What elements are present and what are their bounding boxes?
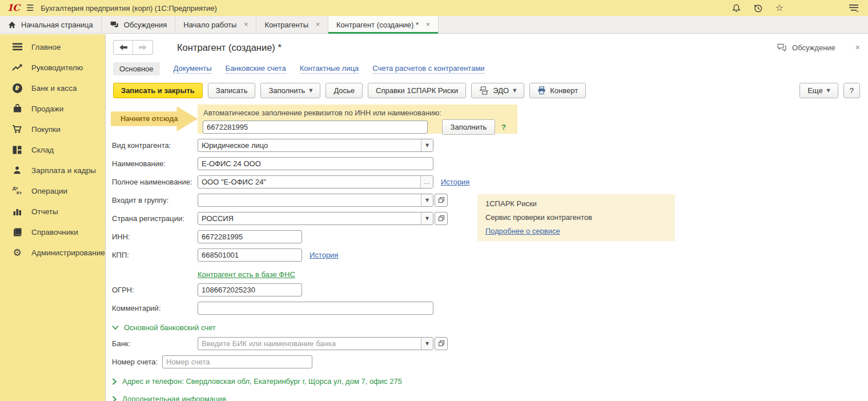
tab-counterparty-create[interactable]: Контрагент (создание) * × [328, 16, 439, 33]
spark-reports-button[interactable]: Справки 1СПАРК Риски [368, 83, 466, 98]
sidebar-item-label: Операции [31, 187, 67, 195]
tab-bar: Начальная страница Обсуждения Начало раб… [0, 16, 868, 34]
tab-counterparties[interactable]: Контрагенты × [256, 16, 328, 33]
inn-label: ИНН: [112, 232, 198, 241]
full-name-input[interactable] [198, 176, 420, 188]
kpp-label: КПП: [112, 251, 198, 259]
discussion-close-icon[interactable]: × [855, 43, 860, 52]
inn-input[interactable] [198, 231, 302, 243]
name-label: Наименование: [112, 159, 198, 168]
autofill-help-link[interactable]: ? [501, 123, 506, 131]
tab-label: Контрагент (создание) * [336, 21, 419, 29]
sidebar-item-label: Справочники [31, 228, 78, 236]
country-choose-button[interactable] [435, 212, 448, 225]
nav-link-settlement-accounts[interactable]: Счета расчетов с контрагентами [372, 64, 484, 74]
bank-choose-button[interactable] [435, 337, 448, 350]
sidebar-item-main[interactable]: Главное [0, 37, 105, 57]
sidebar-item-salary-hr[interactable]: Зарплата и кадры [0, 160, 105, 181]
tab-discussions-label: Обсуждения [124, 21, 167, 29]
comment-input[interactable] [198, 302, 433, 314]
main-menu-icon[interactable]: ☰ [26, 3, 34, 13]
sidebar-item-directories[interactable]: Справочники [0, 222, 105, 242]
address-section-title: Адрес и телефон: Свердловская обл, Екате… [122, 377, 402, 386]
history-nav-buttons [113, 40, 153, 55]
help-button[interactable]: ? [843, 83, 860, 98]
country-label: Страна регистрации: [112, 214, 198, 223]
sidebar-item-purchases[interactable]: Покупки [0, 119, 105, 139]
notifications-bell-icon[interactable] [731, 3, 741, 13]
tab-discussions[interactable]: Обсуждения [102, 16, 176, 33]
fns-database-link[interactable]: Контрагент есть в базе ФНС [198, 270, 295, 279]
autofill-inn-input[interactable] [203, 121, 428, 134]
sidebar-item-label: Руководителю [31, 63, 83, 72]
autofill-label: Автоматическое заполнение реквизитов по … [203, 109, 513, 117]
nav-link-documents[interactable]: Документы [174, 64, 212, 74]
nav-link-main[interactable]: Основное [113, 62, 160, 75]
sidebar-item-label: Отчеты [31, 207, 58, 216]
field-row-ogrn: ОГРН: [112, 283, 868, 296]
name-field [198, 157, 433, 170]
sidebar-item-label: Администрирование [31, 248, 105, 257]
address-phone-section-header[interactable]: Адрес и телефон: Свердловская обл, Екате… [112, 376, 868, 386]
account-number-input[interactable] [163, 356, 312, 368]
name-input[interactable] [198, 158, 433, 170]
dossier-button[interactable]: Досье [326, 83, 363, 98]
gear-icon: ⚙ [11, 247, 23, 258]
save-and-close-button[interactable]: Записать и закрыть [113, 83, 203, 98]
full-name-open-button[interactable]: ... [420, 176, 433, 188]
choose-from-list-icon [438, 197, 445, 203]
tab-close-icon[interactable]: × [426, 21, 430, 29]
group-input[interactable] [198, 194, 421, 206]
ogrn-input[interactable] [198, 284, 302, 296]
group-dropdown-button[interactable]: ▼ [421, 194, 433, 206]
history-icon[interactable] [753, 3, 763, 13]
discussion-label[interactable]: Обсуждение [792, 43, 835, 52]
sidebar-item-manager[interactable]: Руководителю [0, 57, 105, 78]
country-input[interactable] [198, 212, 421, 224]
title-bar: 1С ☰ Бухгалтерия предприятия (корп) (1С:… [0, 0, 868, 16]
full-name-history-link[interactable]: История [441, 178, 469, 186]
more-label: Еще [807, 86, 822, 95]
country-dropdown-button[interactable]: ▼ [421, 212, 433, 224]
edo-menu-button[interactable]: ЭДО▼ [471, 83, 524, 98]
cart-icon [11, 123, 23, 135]
1c-logo-icon: 1С [7, 3, 19, 13]
autofill-fill-button[interactable]: Заполнить [442, 119, 495, 135]
forward-button[interactable] [133, 41, 152, 54]
edo-documents-icon [479, 86, 489, 95]
start-here-label: Начните отсюда [111, 115, 178, 123]
sidebar-item-operations[interactable]: ДтКт Операции [0, 181, 105, 201]
spark-more-link[interactable]: Подробнее о сервисе [485, 227, 560, 235]
tab-close-icon[interactable]: × [244, 21, 248, 29]
kpp-input[interactable] [198, 249, 302, 261]
bank-account-section-header[interactable]: Основной банковский счет [112, 323, 868, 332]
service-menu-icon[interactable] [849, 3, 859, 13]
bank-input[interactable] [198, 338, 421, 350]
kpp-history-link[interactable]: История [310, 251, 338, 259]
bank-dropdown-button[interactable]: ▼ [421, 338, 433, 350]
favorites-star-icon[interactable]: ☆ [774, 3, 785, 13]
nav-link-contacts[interactable]: Контактные лица [300, 64, 359, 74]
sidebar-item-reports[interactable]: Отчеты [0, 201, 105, 222]
nav-link-bank-accounts[interactable]: Банковские счета [226, 64, 286, 74]
tab-getting-started[interactable]: Начало работы × [175, 16, 256, 33]
additional-info-section-header[interactable]: Дополнительная информация [112, 394, 868, 401]
save-button[interactable]: Записать [208, 83, 256, 98]
field-row-kpp: КПП: История [112, 248, 868, 262]
sidebar-item-bank-cash[interactable]: ₽ Банк и касса [0, 78, 105, 98]
sidebar-item-administration[interactable]: ⚙ Администрирование [0, 242, 105, 263]
more-menu-button[interactable]: Еще▼ [799, 83, 838, 98]
kind-dropdown-button[interactable]: ▼ [421, 139, 433, 151]
kind-input[interactable] [198, 139, 421, 151]
fill-menu-button[interactable]: Заполнить▼ [260, 83, 320, 98]
sidebar-item-sales[interactable]: Продажи [0, 98, 105, 119]
spark-panel-title: 1СПАРК Риски [485, 199, 667, 208]
sidebar-item-warehouse[interactable]: Склад [0, 139, 105, 160]
comment-label: Комментарий: [112, 304, 198, 312]
tab-home[interactable]: Начальная страница [0, 16, 102, 33]
tab-close-icon[interactable]: × [316, 21, 320, 29]
group-choose-button[interactable] [435, 194, 448, 207]
back-button[interactable] [114, 41, 133, 54]
envelope-button[interactable]: Конверт [529, 83, 586, 98]
home-icon [8, 21, 16, 29]
